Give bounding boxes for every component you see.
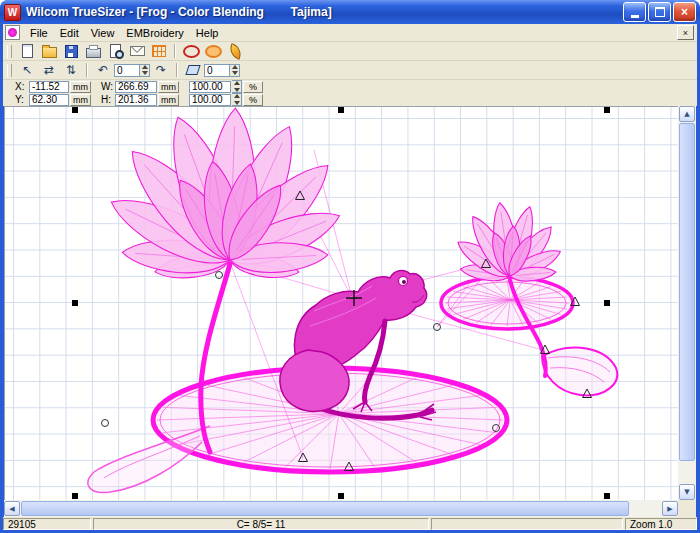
leaf-icon [227, 43, 244, 60]
open-design-button[interactable] [39, 43, 59, 60]
restore-icon [655, 7, 665, 17]
width-input[interactable] [115, 81, 157, 93]
menu-embroidery[interactable]: EMBroidery [120, 26, 189, 40]
print-preview-icon [110, 44, 121, 58]
height-percent-input[interactable] [189, 94, 231, 106]
new-design-button[interactable] [17, 43, 37, 60]
x-width-row: X: mm W: mm % [3, 80, 697, 93]
window-title: Wilcom TrueSizer - [Frog - Color Blendin… [26, 5, 621, 19]
width-percent-unit[interactable]: % [243, 81, 263, 93]
vertical-scrollbar[interactable]: ▲ ▼ [678, 106, 696, 500]
toolbar-grip[interactable] [7, 45, 12, 58]
width-percent-input[interactable] [189, 81, 231, 93]
scroll-right-button[interactable]: ▶ [662, 501, 678, 516]
scroll-left-button[interactable]: ◀ [4, 501, 20, 516]
skew-spinner[interactable] [230, 64, 240, 77]
main-toolbar [3, 42, 697, 61]
skew-input[interactable] [204, 64, 230, 77]
x-input[interactable] [29, 81, 69, 93]
close-icon: × [681, 5, 688, 19]
height-unit-button[interactable]: mm [158, 94, 179, 106]
selection-handle[interactable] [604, 493, 610, 499]
mirror-horizontal-button[interactable]: ⇄ [39, 62, 59, 79]
send-email-button[interactable] [127, 43, 147, 60]
zoom-level: Zoom 1.0 [630, 519, 672, 530]
scroll-up-button[interactable]: ▲ [679, 106, 695, 122]
envelope-icon [130, 46, 145, 56]
stitch-view-button[interactable] [181, 43, 201, 60]
selection-handle[interactable] [604, 107, 610, 113]
width-label: W: [101, 81, 115, 92]
status-spacer-panel [431, 518, 623, 530]
save-design-button[interactable] [61, 43, 81, 60]
skew-icon [185, 65, 200, 75]
height-percent-spinner[interactable] [232, 93, 242, 106]
selection-handle[interactable] [338, 493, 344, 499]
width-unit-button[interactable]: mm [158, 81, 179, 93]
spinner-down-icon[interactable] [230, 70, 239, 76]
y-unit-button[interactable]: mm [70, 94, 91, 106]
transform-toolbar: ↖ ⇄ ⇅ ↶ ↷ [3, 61, 697, 80]
toolbar-separator [174, 44, 176, 58]
height-label: H: [101, 94, 115, 105]
print-preview-button[interactable] [105, 43, 125, 60]
x-unit-button[interactable]: mm [70, 81, 91, 93]
scrollbar-corner [678, 500, 696, 517]
artistic-view-button[interactable] [203, 43, 223, 60]
stitch-count-panel: 29105 [3, 518, 91, 530]
restore-button[interactable] [648, 2, 671, 22]
menu-edit[interactable]: Edit [54, 26, 85, 40]
menu-help[interactable]: Help [190, 26, 225, 40]
rotate-spinner[interactable] [140, 64, 150, 77]
save-floppy-icon [65, 45, 78, 58]
horizontal-scroll-thumb[interactable] [21, 501, 629, 516]
color-stop-count: C= 8/5= 11 [237, 519, 286, 530]
document-icon[interactable] [5, 25, 20, 40]
mirror-vertical-button[interactable]: ⇅ [61, 62, 81, 79]
height-percent-unit[interactable]: % [243, 94, 263, 106]
menu-view[interactable]: View [85, 26, 121, 40]
selection-handle[interactable] [338, 107, 344, 113]
selection-handle[interactable] [72, 107, 78, 113]
close-button[interactable]: × [673, 2, 696, 22]
new-page-icon [22, 44, 33, 58]
minimize-button[interactable] [623, 2, 646, 22]
app-icon[interactable]: W [4, 4, 21, 21]
scroll-down-button[interactable]: ▼ [679, 484, 695, 500]
selection-handle[interactable] [604, 300, 610, 306]
menu-file[interactable]: File [24, 26, 54, 40]
rotate-cw-button[interactable]: ↷ [151, 62, 171, 79]
rotate-ccw-icon: ↶ [98, 64, 108, 76]
leaf-button[interactable] [225, 43, 245, 60]
close-document-button[interactable]: × [677, 25, 694, 40]
selection-handle[interactable] [72, 300, 78, 306]
pointer-icon: ↖ [22, 64, 32, 76]
app-window: W Wilcom TrueSizer - [Frog - Color Blend… [0, 0, 700, 533]
close-document-icon: × [683, 28, 688, 38]
show-grid-button[interactable] [149, 43, 169, 60]
height-input[interactable] [115, 94, 157, 106]
selection-handle[interactable] [72, 493, 78, 499]
title-bar[interactable]: W Wilcom TrueSizer - [Frog - Color Blend… [0, 0, 700, 24]
status-bar: 29105 C= 8/5= 11 Zoom 1.0 [3, 517, 697, 530]
printer-icon [86, 48, 101, 58]
spinner-down-icon[interactable] [140, 70, 149, 76]
y-input[interactable] [29, 94, 69, 106]
rotate-input[interactable] [114, 64, 140, 77]
toolbar-separator [86, 63, 88, 77]
pointer-tool-button[interactable]: ↖ [17, 62, 37, 79]
design-artwork [4, 106, 678, 500]
print-button[interactable] [83, 43, 103, 60]
vertical-scroll-thumb[interactable] [679, 123, 695, 461]
mirror-horizontal-icon: ⇄ [44, 64, 54, 76]
spinner-down-icon[interactable] [232, 100, 241, 106]
design-canvas[interactable] [4, 106, 678, 500]
toolbar-grip[interactable] [7, 64, 12, 77]
skew-button[interactable] [183, 62, 203, 79]
grid-icon [152, 45, 166, 57]
rotate-ccw-button[interactable]: ↶ [93, 62, 113, 79]
minimize-icon [631, 15, 639, 18]
horizontal-scrollbar[interactable]: ◀ ▶ [4, 500, 678, 517]
position-size-panel: X: mm W: mm % Y: mm H: mm % [3, 80, 697, 106]
open-folder-icon [42, 47, 57, 58]
